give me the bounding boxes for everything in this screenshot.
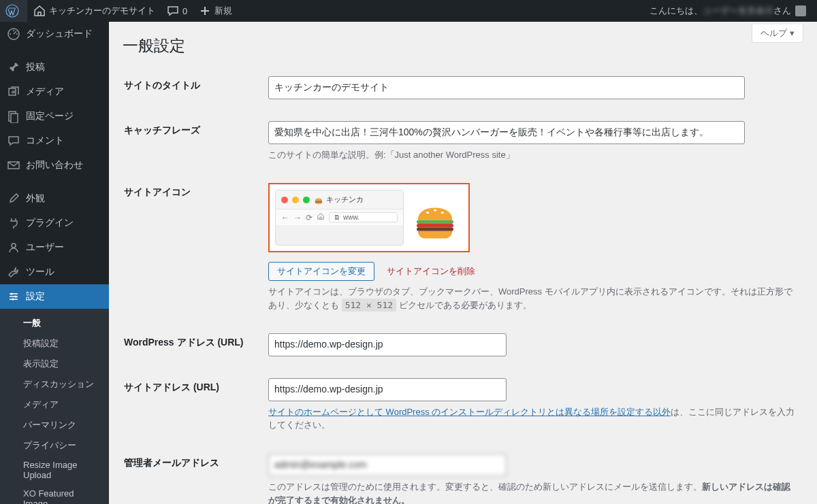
greeting-user: ユーザー名非表示 xyxy=(703,5,773,17)
pin-icon xyxy=(7,61,20,74)
input-admin-email[interactable] xyxy=(268,454,507,477)
input-site-title[interactable] xyxy=(268,76,745,99)
input-wp-url[interactable] xyxy=(268,333,507,356)
menu-label: 投稿 xyxy=(26,61,45,73)
site-name-text: キッチンカーのデモサイト xyxy=(49,5,155,17)
submenu-general[interactable]: 一般 xyxy=(0,313,109,333)
page-icon xyxy=(7,110,20,123)
mail-icon xyxy=(7,158,20,172)
menu-label: プラグイン xyxy=(26,217,74,229)
label-wp-url: WordPress アドレス (URL) xyxy=(124,323,260,367)
comments-link[interactable]: 0 xyxy=(161,0,193,22)
menu-users[interactable]: ユーザー xyxy=(0,235,109,260)
settings-submenu: 一般 投稿設定 表示設定 ディスカッション メディア パーマリンク プライバシー… xyxy=(0,309,109,504)
media-icon xyxy=(7,85,20,99)
avatar xyxy=(795,5,806,16)
submenu-media[interactable]: メディア xyxy=(0,394,109,415)
submenu-resize-image-upload[interactable]: Resize Image Upload xyxy=(0,456,109,484)
url-bar: 🗎www. xyxy=(329,212,398,222)
wordpress-icon xyxy=(5,4,19,18)
label-site-title: サイトのタイトル xyxy=(124,66,260,110)
submenu-reading[interactable]: 表示設定 xyxy=(0,354,109,374)
forward-icon: → xyxy=(293,213,302,222)
change-site-icon-button[interactable]: サイトアイコンを変更 xyxy=(268,262,374,281)
user-icon xyxy=(7,241,20,254)
input-tagline[interactable] xyxy=(268,121,745,144)
burger-icon xyxy=(411,193,460,242)
menu-label: 固定ページ xyxy=(26,110,74,122)
menu-label: コメント xyxy=(26,135,64,147)
account-link[interactable]: こんにちは、 ユーザー名非表示 さん xyxy=(644,0,812,22)
brush-icon xyxy=(7,192,20,205)
site-icon-size-code: 512 × 512 xyxy=(342,299,396,312)
label-site-url: サイトアドレス (URL) xyxy=(124,368,260,442)
window-dot-red xyxy=(281,197,288,203)
desc-admin-email: このアドレスは管理のために使用されます。変更すると、確認のため新しいアドレスにメ… xyxy=(268,480,795,504)
menu-plugins[interactable]: プラグイン xyxy=(0,211,109,235)
favicon-burger-icon xyxy=(314,195,323,205)
browser-preview: キッチンカ ← → ⟳ 🗎www. xyxy=(275,190,404,246)
url-text: www. xyxy=(343,214,359,221)
help-tab[interactable]: ヘルプ ▾ xyxy=(752,24,803,43)
menu-settings[interactable]: 設定 xyxy=(0,284,109,309)
menu-dashboard[interactable]: ダッシュボード xyxy=(0,22,109,46)
admin-toolbar: キッチンカーのデモサイト 0 新規 こんにちは、 ユーザー名非表示 さん xyxy=(0,0,817,22)
desc-tagline: このサイトの簡単な説明。例:「Just another WordPress si… xyxy=(268,148,795,162)
menu-appearance[interactable]: 外観 xyxy=(0,186,109,211)
browser-tab-text: キッチンカ xyxy=(326,195,364,205)
window-dot-green xyxy=(303,197,310,203)
reload-icon: ⟳ xyxy=(306,213,313,222)
home-icon xyxy=(33,4,46,18)
greeting-suffix: さん xyxy=(773,5,791,17)
browser-tab: キッチンカ xyxy=(314,195,364,205)
remove-site-icon-link[interactable]: サイトアイコンを削除 xyxy=(387,266,475,276)
new-content-link[interactable]: 新規 xyxy=(193,0,238,22)
menu-contact[interactable]: お問い合わせ xyxy=(0,153,109,178)
site-url-help-link[interactable]: サイトのホームページとして WordPress のインストールディレクトリとは異… xyxy=(268,407,671,417)
menu-comments[interactable]: コメント xyxy=(0,129,109,153)
desc-site-icon: サイトアイコンは、ブラウザのタブ、ブックマークバー、WordPress モバイル… xyxy=(268,285,795,312)
label-admin-email: 管理者メールアドレス xyxy=(124,443,260,504)
submenu-privacy[interactable]: プライバシー xyxy=(0,435,109,456)
comment-icon xyxy=(7,134,20,148)
menu-label: ツール xyxy=(26,266,54,278)
back-icon: ← xyxy=(281,213,289,222)
wrench-icon xyxy=(7,265,20,279)
menu-media[interactable]: メディア xyxy=(0,80,109,104)
content-area: ヘルプ ▾ 一般設定 サイトのタイトル キャッチフレーズ このサイトの簡単な説明… xyxy=(109,22,817,504)
label-site-icon: サイトアイコン xyxy=(124,173,260,322)
submenu-permalink[interactable]: パーマリンク xyxy=(0,415,109,435)
label-tagline: キャッチフレーズ xyxy=(124,111,260,171)
menu-tools[interactable]: ツール xyxy=(0,260,109,284)
menu-label: 設定 xyxy=(26,290,45,303)
input-site-url[interactable] xyxy=(268,378,507,401)
menu-pages[interactable]: 固定ページ xyxy=(0,104,109,129)
site-name-link[interactable]: キッチンカーのデモサイト xyxy=(27,0,161,22)
home-icon xyxy=(317,212,325,222)
menu-label: お問い合わせ xyxy=(26,159,83,171)
site-icon-preview: キッチンカ ← → ⟳ 🗎www. xyxy=(268,183,470,252)
menu-posts[interactable]: 投稿 xyxy=(0,55,109,80)
wp-logo[interactable] xyxy=(0,0,27,22)
menu-label: 外観 xyxy=(26,192,45,205)
admin-sidebar: ダッシュボード 投稿 メディア 固定ページ コメント お問い合わせ 外観 プラグ… xyxy=(0,22,109,504)
comments-count: 0 xyxy=(182,6,187,16)
app-icon-preview xyxy=(408,190,463,246)
plus-icon xyxy=(198,4,212,18)
menu-label: メディア xyxy=(26,86,64,98)
sliders-icon xyxy=(7,290,20,303)
submenu-discussion[interactable]: ディスカッション xyxy=(0,374,109,394)
desc-site-url: サイトのホームページとして WordPress のインストールディレクトリとは異… xyxy=(268,405,795,432)
new-label: 新規 xyxy=(214,5,232,17)
menu-label: ダッシュボード xyxy=(26,28,93,40)
plug-icon xyxy=(7,216,20,230)
file-icon: 🗎 xyxy=(334,214,340,221)
submenu-writing[interactable]: 投稿設定 xyxy=(0,333,109,354)
window-dot-yellow xyxy=(292,197,299,203)
menu-label: ユーザー xyxy=(26,241,64,254)
submenu-xo-featured-image[interactable]: XO Featured Image xyxy=(0,484,109,504)
greeting-prefix: こんにちは、 xyxy=(650,5,703,17)
page-title: 一般設定 xyxy=(123,22,803,65)
dashboard-icon xyxy=(7,27,20,41)
comment-icon xyxy=(166,4,180,18)
